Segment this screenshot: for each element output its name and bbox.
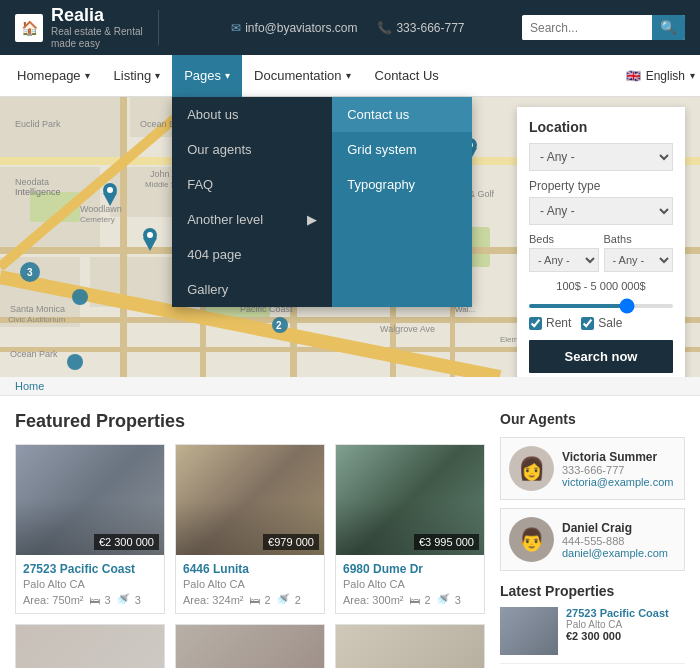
bath-icon: 🚿 (436, 593, 450, 606)
beds-label: Beds (529, 233, 599, 245)
property-card: €979 000 6446 Lunita Palo Alto CA Area: … (175, 444, 325, 614)
property-thumbnail (16, 625, 164, 668)
price-range-label: 100$ - 5 000 000$ (529, 280, 673, 292)
nav-item-documentation[interactable]: Documentation ▾ (242, 55, 362, 97)
baths-select[interactable]: - Any - (604, 248, 674, 272)
svg-text:Neodata: Neodata (15, 177, 49, 187)
header-contacts: ✉ info@byaviators.com 📞 333-666-777 (174, 21, 522, 35)
svg-text:Euclid Park: Euclid Park (15, 119, 61, 129)
dropdown-item-contact[interactable]: Contact us (332, 97, 472, 132)
agent-email: victoria@example.com (562, 476, 673, 488)
dropdown-left-col: About us Our agents FAQ Another level ▶ … (172, 97, 332, 307)
dropdown-item-grid[interactable]: Grid system (332, 132, 472, 167)
search-now-button[interactable]: Search now (529, 340, 673, 373)
property-location: Palo Alto CA (343, 578, 477, 590)
search-input[interactable] (522, 16, 652, 40)
properties-grid: €2 300 000 27523 Pacific Coast Palo Alto… (15, 444, 485, 668)
logo-icon: 🏠 (15, 14, 43, 42)
price-badge: €979 000 (263, 534, 319, 550)
property-card (15, 624, 165, 668)
rent-checkbox[interactable] (529, 317, 542, 330)
dropdown-item-another[interactable]: Another level ▶ (172, 202, 332, 237)
dropdown-item-faq[interactable]: FAQ (172, 167, 332, 202)
property-image: €895 000 (176, 625, 324, 668)
dropdown-item-about[interactable]: About us (172, 97, 332, 132)
property-image: €3 995 000 (336, 445, 484, 555)
dropdown-item-gallery[interactable]: Gallery (172, 272, 332, 307)
svg-point-56 (107, 187, 113, 193)
main-content: Featured Properties €2 300 000 27523 Pac… (0, 396, 700, 668)
breadcrumb-home[interactable]: Home (15, 380, 44, 392)
svg-point-59 (147, 232, 153, 238)
rent-checkbox-label[interactable]: Rent (529, 316, 571, 330)
site-header: 🏠 Realia Real estate & Rental made easy … (0, 0, 700, 55)
property-image: €500 (336, 625, 484, 668)
agent-avatar: 👩 (509, 446, 554, 491)
agent-card: 👨 Daniel Craig 444-555-888 daniel@exampl… (500, 508, 685, 571)
svg-rect-17 (120, 97, 127, 377)
agent-name: Daniel Craig (562, 521, 668, 535)
logo-tagline: Real estate & Rental made easy (51, 26, 143, 50)
property-image (16, 625, 164, 668)
svg-text:Cemetery: Cemetery (80, 215, 115, 224)
nav-item-listing[interactable]: Listing ▾ (102, 55, 173, 97)
property-location: Palo Alto CA (183, 578, 317, 590)
featured-title: Featured Properties (15, 411, 485, 432)
agent-avatar: 👨 (509, 517, 554, 562)
agent-info: Victoria Summer 333-666-777 victoria@exa… (562, 450, 673, 488)
dropdown-item-agents[interactable]: Our agents (172, 132, 332, 167)
property-type-label: Property type (529, 179, 673, 193)
property-title-link[interactable]: 27523 Pacific Coast (23, 562, 157, 576)
bath-icon: 🚿 (276, 593, 290, 606)
search-submit-button[interactable]: 🔍 (652, 15, 685, 40)
sale-checkbox-label[interactable]: Sale (581, 316, 622, 330)
bed-icon: 🛏 (249, 594, 260, 606)
property-card: €3 995 000 6980 Dume Dr Palo Alto CA Are… (335, 444, 485, 614)
latest-title: Latest Properties (500, 583, 685, 599)
svg-text:2: 2 (276, 320, 282, 331)
property-meta: Area: 324m² 🛏2 🚿2 (183, 593, 317, 606)
property-meta: Area: 300m² 🛏2 🚿3 (343, 593, 477, 606)
beds-select[interactable]: - Any - (529, 248, 599, 272)
chevron-down-icon: ▾ (85, 70, 90, 81)
email-icon: ✉ (231, 21, 241, 35)
property-type-select[interactable]: - Any - (529, 197, 673, 225)
latest-title-link[interactable]: 27523 Pacific Coast (566, 607, 669, 619)
location-select[interactable]: - Any - (529, 143, 673, 171)
bed-icon: 🛏 (409, 594, 420, 606)
sale-checkbox[interactable] (581, 317, 594, 330)
chevron-right-icon: ▶ (307, 212, 317, 227)
nav-item-contact[interactable]: Contact Us (363, 55, 451, 97)
breadcrumb: Home (0, 377, 700, 396)
agent-phone: 444-555-888 (562, 535, 668, 547)
beds-baths-row: Beds - Any - Baths - Any - (529, 233, 673, 272)
svg-text:Intelligence: Intelligence (15, 187, 61, 197)
featured-properties-section: Featured Properties €2 300 000 27523 Pac… (15, 411, 485, 668)
price-badge: €3 995 000 (414, 534, 479, 550)
logo: Realia Real estate & Rental made easy (51, 5, 143, 50)
property-card: €500 (335, 624, 485, 668)
property-title-link[interactable]: 6446 Lunita (183, 562, 317, 576)
svg-text:Santa Monica: Santa Monica (10, 304, 65, 314)
pages-dropdown: About us Our agents FAQ Another level ▶ … (172, 97, 472, 307)
phone-icon: 📞 (377, 21, 392, 35)
flag-icon: 🇬🇧 (626, 69, 641, 83)
sidebar: Our Agents 👩 Victoria Summer 333-666-777… (500, 411, 685, 668)
header-search-box: 🔍 (522, 15, 685, 40)
property-card: €895 000 (175, 624, 325, 668)
price-range-slider[interactable] (529, 304, 673, 308)
agents-title: Our Agents (500, 411, 685, 427)
latest-property-item: 27523 Pacific Coast Palo Alto CA €2 300 … (500, 607, 685, 664)
dropdown-item-typography[interactable]: Typography (332, 167, 472, 202)
dropdown-item-404[interactable]: 404 page (172, 237, 332, 272)
property-title-link[interactable]: 6980 Dume Dr (343, 562, 477, 576)
agent-card: 👩 Victoria Summer 333-666-777 victoria@e… (500, 437, 685, 500)
latest-thumb (500, 607, 558, 655)
bed-icon: 🛏 (89, 594, 100, 606)
main-nav: Homepage ▾ Listing ▾ Pages ▾ About us Ou… (0, 55, 700, 97)
language-selector[interactable]: 🇬🇧 English ▾ (626, 69, 695, 83)
nav-item-pages[interactable]: Pages ▾ About us Our agents FAQ Another … (172, 55, 242, 97)
nav-item-homepage[interactable]: Homepage ▾ (5, 55, 102, 97)
chevron-down-icon: ▾ (225, 70, 230, 81)
agent-email: daniel@example.com (562, 547, 668, 559)
